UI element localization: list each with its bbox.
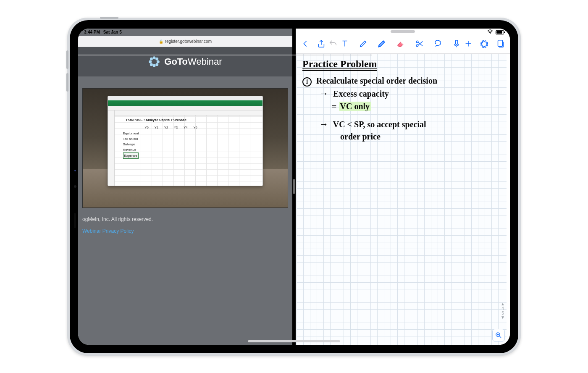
- gotowebinar-privacy-link[interactable]: Webinar Privacy Policy: [82, 228, 134, 234]
- sensor-dot: [74, 170, 76, 171]
- excel-row-salvage: Salvage: [123, 142, 261, 147]
- safari-url-text: register.gotowebinar.com: [165, 39, 212, 44]
- svg-point-6: [155, 57, 158, 60]
- svg-point-5: [150, 57, 153, 60]
- status-date: Sat Jan 5: [103, 30, 122, 34]
- mic-button[interactable]: [451, 38, 462, 49]
- home-indicator[interactable]: [248, 340, 340, 342]
- excel-row-labels: Equipment Tax shield Salvage Revenue Exp…: [121, 131, 261, 159]
- excel-selected-cell: Expense: [123, 152, 139, 159]
- gotowebinar-header: GoToWebinar: [78, 47, 292, 76]
- gotowebinar-title-light: Webinar: [188, 56, 222, 67]
- share-button[interactable]: [316, 38, 327, 49]
- excel-ribbon: [108, 100, 263, 106]
- status-bar: 3:44 PM Sat Jan 5: [78, 29, 510, 36]
- battery-icon: [496, 30, 504, 34]
- excel-window: PURPOSE : Analyze Capital Purchase Y0 Y1…: [108, 96, 263, 186]
- ambient-sensor: [74, 213, 76, 228]
- excel-row-headers: [108, 110, 115, 186]
- note-canvas[interactable]: Practice Problem 1 Recalculate special o…: [297, 54, 507, 345]
- gotowebinar-body: PURPOSE : Analyze Capital Purchase Y0 Y1…: [78, 76, 292, 242]
- volume-down-button: [66, 73, 68, 92]
- wifi-icon: [487, 29, 493, 35]
- page-current: 4: [501, 306, 504, 311]
- scissors-tool-button[interactable]: [414, 38, 425, 49]
- svg-rect-11: [455, 40, 458, 45]
- notes-app: Practice Problem 1 Recalculate special o…: [296, 29, 510, 345]
- status-time: 3:44 PM: [84, 30, 100, 34]
- svg-point-7: [150, 63, 153, 66]
- volume-up-button: [66, 50, 68, 69]
- note-step1: Recalculate special order decision: [316, 76, 437, 85]
- note-step1a-highlight: VC only: [339, 102, 371, 111]
- split-view-divider[interactable]: [292, 29, 296, 345]
- add-button[interactable]: [463, 38, 474, 49]
- zoom-button[interactable]: [492, 329, 505, 341]
- presenter-screen: PURPOSE : Analyze Capital Purchase Y0 Y1…: [82, 88, 288, 208]
- excel-row-equipment: Equipment: [123, 131, 261, 136]
- excel-year-2: Y2: [164, 125, 168, 131]
- note-step1a-eq: =: [332, 102, 339, 111]
- highlighter-tool-button[interactable]: [376, 38, 387, 49]
- excel-year-1: Y1: [155, 125, 158, 131]
- note-step1b-cont: order price: [340, 132, 381, 141]
- undo-button[interactable]: [328, 38, 339, 49]
- pages-button[interactable]: [495, 38, 506, 49]
- back-button[interactable]: [300, 38, 311, 49]
- svg-point-4: [157, 60, 160, 63]
- excel-row-expense: Expense: [123, 152, 261, 159]
- gotowebinar-copyright: ogMeIn, Inc. All rights reserved.: [82, 216, 288, 222]
- safari-app: register.gotowebinar.com: [78, 29, 292, 345]
- excel-year-5: Y5: [193, 125, 197, 131]
- svg-point-1: [153, 56, 156, 59]
- svg-point-3: [149, 60, 152, 63]
- excel-col-headers: [115, 110, 263, 116]
- excel-year-3: Y3: [174, 125, 178, 131]
- ipad-bezel: 3:44 PM Sat Jan 5 register.gotowebinar.c…: [70, 20, 518, 353]
- step-number-1: 1: [302, 77, 312, 87]
- eraser-tool-button[interactable]: [395, 38, 407, 50]
- excel-grid: PURPOSE : Analyze Capital Purchase Y0 Y1…: [108, 110, 263, 186]
- page-up-icon[interactable]: ▲: [501, 302, 505, 306]
- svg-point-2: [153, 64, 156, 67]
- excel-titlebar: [108, 96, 263, 100]
- note-title: Practice Problem: [302, 59, 377, 71]
- page-down-icon[interactable]: ▼: [501, 315, 505, 320]
- page-total: 5: [501, 311, 504, 315]
- ipad-screen: 3:44 PM Sat Jan 5 register.gotowebinar.c…: [78, 29, 510, 345]
- excel-row-taxshield: Tax shield: [123, 136, 261, 142]
- note-step1a: Excess capacity: [333, 89, 389, 98]
- safari-url-bar[interactable]: register.gotowebinar.com: [78, 36, 292, 47]
- text-tool-button[interactable]: [339, 38, 350, 49]
- ipad-frame: 3:44 PM Sat Jan 5 register.gotowebinar.c…: [67, 18, 521, 356]
- note-step1b: VC < SP, so accept special: [333, 120, 426, 129]
- excel-purpose-cell: PURPOSE : Analyze Capital Purchase: [126, 117, 261, 123]
- gotowebinar-logo-icon: [148, 56, 160, 68]
- page-nav[interactable]: ▲ 4 5 ▼: [501, 302, 505, 320]
- gotowebinar-title: GoToWebinar: [164, 56, 222, 67]
- notes-toolbar: [296, 34, 510, 54]
- pen-tool-button[interactable]: [358, 38, 369, 49]
- handwriting: Practice Problem 1 Recalculate special o…: [297, 54, 507, 148]
- arrow-icon: [319, 89, 331, 98]
- excel-row-revenue: Revenue: [123, 147, 261, 152]
- front-camera: [74, 185, 76, 188]
- excel-year-headers: Y0 Y1 Y2 Y3 Y4 Y5: [145, 125, 261, 131]
- lock-icon: [159, 39, 163, 44]
- svg-point-8: [155, 63, 158, 66]
- power-button: [100, 17, 118, 19]
- toolbar-shadow: [78, 55, 372, 56]
- svg-point-0: [490, 33, 491, 34]
- svg-rect-12: [498, 40, 502, 47]
- excel-year-0: Y0: [145, 125, 149, 131]
- arrow-icon: [319, 120, 331, 129]
- settings-button[interactable]: [479, 38, 490, 49]
- gotowebinar-title-bold: GoTo: [164, 56, 188, 67]
- excel-year-4: Y4: [184, 125, 187, 131]
- safari-page: GoToWebinar: [78, 47, 292, 345]
- lasso-tool-button[interactable]: [433, 38, 444, 49]
- gotowebinar-footer: ogMeIn, Inc. All rights reserved. Webina…: [82, 208, 288, 234]
- excel-toolbar: [108, 106, 263, 110]
- split-handle-icon: [293, 179, 295, 194]
